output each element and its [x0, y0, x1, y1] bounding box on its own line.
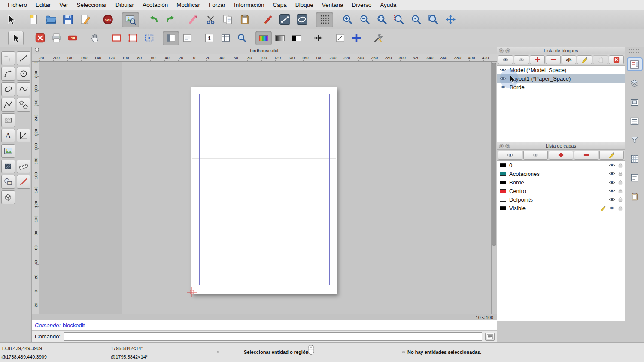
block-reference-frame-button[interactable]	[141, 31, 157, 45]
menu-editar[interactable]: Editar	[31, 0, 55, 10]
edit-block-button[interactable]	[577, 55, 592, 64]
menu-ventana[interactable]: Ventana	[318, 0, 348, 10]
layer-visibility-eye-icon[interactable]	[609, 206, 615, 210]
layer-lock-icon[interactable]	[618, 171, 623, 176]
add-layer-button[interactable]	[549, 151, 573, 160]
layer-row[interactable]: Defpoints	[497, 195, 625, 204]
layer-color-swatch[interactable]	[500, 163, 506, 167]
block-list-panel-toggle[interactable]	[628, 96, 642, 108]
solid-tools-button[interactable]	[1, 190, 15, 204]
detach-panel-icon[interactable]: ◻	[505, 144, 510, 148]
show-margins-grid-button[interactable]	[125, 31, 141, 45]
layer-row[interactable]: Acotaciones	[497, 169, 625, 178]
block-item[interactable]: Borde	[497, 83, 625, 91]
print-button[interactable]	[48, 31, 64, 45]
shape-tools-button[interactable]	[1, 175, 15, 189]
show-paper-borders-button[interactable]	[108, 31, 125, 45]
close-panel-icon[interactable]: ✕	[499, 144, 504, 148]
property-editor-panel-toggle[interactable]	[628, 58, 642, 70]
dock-grip[interactable]	[629, 48, 640, 53]
close-panel-icon[interactable]: ✕	[499, 48, 504, 53]
edit-layer-button[interactable]	[599, 151, 624, 160]
hairline-mode-button[interactable]	[310, 31, 326, 45]
layer-row[interactable]: Visible	[497, 204, 625, 212]
layer-row[interactable]: Borde	[497, 178, 625, 187]
cut-to-clipboard-button[interactable]	[202, 12, 219, 27]
sheet-panel-toggle[interactable]	[628, 153, 642, 165]
command-options-button[interactable]	[485, 333, 495, 341]
menu-dibujar[interactable]: Dibujar	[111, 0, 138, 10]
show-all-blocks-button[interactable]	[498, 55, 513, 64]
layer-lock-icon[interactable]	[618, 163, 623, 168]
show-all-layers-button[interactable]	[498, 151, 522, 160]
add-block-button[interactable]	[530, 55, 545, 64]
layer-color-swatch[interactable]	[500, 181, 506, 184]
show-lineweights-button[interactable]	[332, 31, 348, 45]
layer-lock-icon[interactable]	[618, 180, 623, 185]
developer-tools-button[interactable]	[370, 31, 386, 45]
draft-mode-button[interactable]	[163, 31, 179, 45]
pattern-tools-button[interactable]	[1, 160, 15, 173]
layer-list-panel-toggle[interactable]	[628, 77, 642, 89]
clipboard-panel-toggle[interactable]	[628, 190, 642, 202]
polyline-tools-button[interactable]	[1, 98, 15, 112]
layer-visibility-eye-icon[interactable]	[609, 163, 615, 167]
circle-tools-button[interactable]	[17, 67, 30, 81]
layer-row[interactable]: Centro	[497, 187, 625, 195]
ellipse-tools-button[interactable]	[1, 82, 15, 96]
layer-color-swatch[interactable]	[500, 206, 506, 210]
auto-zoom-button[interactable]	[373, 12, 390, 27]
menu-ayuda[interactable]: Ayuda	[376, 0, 401, 10]
black-white-mode-button[interactable]	[288, 31, 304, 45]
vertical-scrollbar[interactable]	[491, 62, 497, 314]
layer-row[interactable]: 0	[497, 161, 625, 169]
redo-button[interactable]	[162, 12, 179, 27]
rename-block-button[interactable]: a|b	[562, 55, 577, 64]
block-item[interactable]: Layout1 (*Paper_Space)	[497, 74, 625, 83]
spline-tools-button[interactable]	[17, 82, 30, 96]
full-color-mode-button[interactable]	[255, 31, 272, 45]
horizontal-scrollbar[interactable]: 10 < 100	[32, 314, 497, 320]
layer-visibility-eye-icon[interactable]	[609, 189, 615, 193]
dimension-tools-button[interactable]	[17, 129, 30, 142]
previous-view-button[interactable]	[407, 12, 425, 27]
window-zoom-button[interactable]	[425, 12, 442, 27]
hatch-tools-button[interactable]	[1, 113, 15, 127]
crosshair-toggle-button[interactable]	[348, 31, 365, 45]
pan-hand-button[interactable]	[86, 31, 103, 45]
command-history-panel-toggle[interactable]	[628, 172, 642, 184]
layer-lock-icon[interactable]	[618, 197, 623, 202]
library-browser-panel-toggle[interactable]	[628, 115, 642, 127]
layer-visibility-eye-icon[interactable]	[609, 180, 615, 184]
layer-color-swatch[interactable]	[500, 172, 506, 176]
freehand-pen-button[interactable]	[259, 12, 276, 27]
selection-filter-panel-toggle[interactable]	[628, 134, 642, 146]
save-document-button[interactable]	[59, 12, 76, 27]
zoom-in-button[interactable]	[339, 12, 356, 27]
zoom-to-selection-button[interactable]	[390, 12, 407, 27]
open-document-button[interactable]	[42, 12, 59, 27]
hide-all-layers-button[interactable]	[523, 151, 548, 160]
zoom-grid-button[interactable]	[234, 31, 250, 45]
layer-color-swatch[interactable]	[500, 198, 506, 202]
layer-color-swatch[interactable]	[500, 189, 506, 193]
vertical-scrollbar-thumb[interactable]	[492, 63, 496, 246]
arc-tools-button[interactable]	[1, 67, 15, 81]
remove-block-button[interactable]	[546, 55, 561, 64]
grid-table-button[interactable]	[217, 31, 234, 45]
layer-visibility-eye-icon[interactable]	[609, 197, 615, 202]
svg-export-button[interactable]: SVG	[99, 12, 116, 27]
menu-diverso[interactable]: Diverso	[347, 0, 376, 10]
menu-modificar[interactable]: Modificar	[172, 0, 204, 10]
copy-to-clipboard-button[interactable]	[219, 12, 236, 27]
point-tools-button[interactable]	[1, 51, 15, 65]
command-input[interactable]	[64, 332, 482, 341]
screen-linetypes-button[interactable]	[179, 31, 195, 45]
print-preview-button[interactable]	[122, 12, 139, 27]
block-item[interactable]: Model (*Model_Space)	[497, 66, 625, 74]
new-document-button[interactable]	[25, 12, 42, 27]
undo-button[interactable]	[145, 12, 162, 27]
image-tools-button[interactable]	[1, 144, 15, 158]
text-tools-button[interactable]: A	[1, 129, 15, 142]
menu-informaci-n[interactable]: Información	[230, 0, 269, 10]
